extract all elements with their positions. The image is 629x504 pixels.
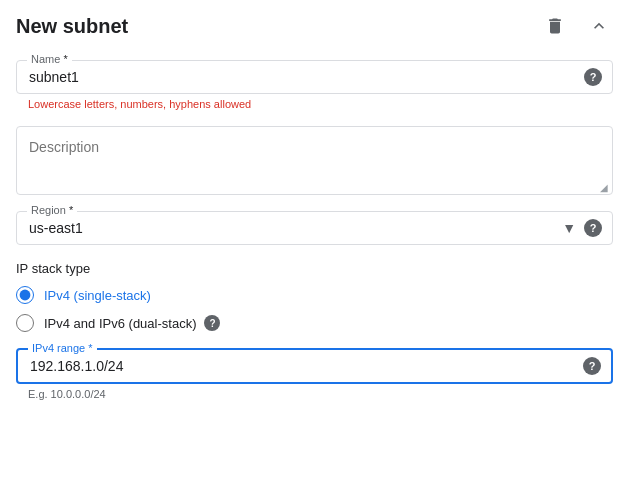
name-field-container: Name * ? (16, 60, 613, 94)
ipv4-label: IPv4 (single-stack) (44, 288, 151, 303)
ipv4-radio[interactable] (16, 286, 34, 304)
resize-handle: ◢ (600, 182, 610, 192)
ipv4-range-input[interactable] (30, 358, 571, 374)
region-help-icon[interactable]: ? (584, 219, 602, 237)
ip-stack-radio-group: IPv4 (single-stack) IPv4 and IPv6 (dual-… (16, 286, 613, 332)
dual-stack-option[interactable]: IPv4 and IPv6 (dual-stack) ? (16, 314, 613, 332)
description-container: ◢ (16, 126, 613, 195)
dual-stack-label: IPv4 and IPv6 (dual-stack) ? (44, 315, 220, 331)
ipv4-range-label: IPv4 range * (28, 342, 97, 354)
page-title: New subnet (16, 15, 128, 38)
ip-stack-title: IP stack type (16, 261, 613, 276)
delete-icon (545, 16, 565, 36)
dual-stack-radio[interactable] (16, 314, 34, 332)
ipv4-range-field-group: IPv4 range * ? E.g. 10.0.0.0/24 (16, 348, 613, 400)
header-actions (541, 12, 613, 40)
description-input[interactable] (17, 127, 612, 191)
ipv4-range-container: IPv4 range * ? (16, 348, 613, 384)
name-field-group: Name * ? Lowercase letters, numbers, hyp… (16, 60, 613, 110)
name-label: Name * (27, 53, 72, 65)
collapse-button[interactable] (585, 12, 613, 40)
ipv4-option[interactable]: IPv4 (single-stack) (16, 286, 613, 304)
region-value: us-east1 (29, 220, 83, 236)
ipv4-range-help-icon[interactable]: ? (583, 357, 601, 375)
name-input[interactable] (29, 69, 572, 85)
description-field-group: ◢ (16, 126, 613, 195)
region-label: Region * (27, 204, 77, 216)
ipv4-range-hint: E.g. 10.0.0.0/24 (16, 388, 613, 400)
region-field-container[interactable]: Region * us-east1 ▼ ? (16, 211, 613, 245)
name-help-icon[interactable]: ? (584, 68, 602, 86)
delete-button[interactable] (541, 12, 569, 40)
dual-stack-help-icon[interactable]: ? (204, 315, 220, 331)
name-hint: Lowercase letters, numbers, hyphens allo… (16, 98, 613, 110)
ip-stack-section: IP stack type IPv4 (single-stack) IPv4 a… (16, 261, 613, 332)
chevron-up-icon (589, 16, 609, 36)
region-field-group: Region * us-east1 ▼ ? (16, 211, 613, 245)
page-header: New subnet (16, 12, 613, 40)
dropdown-arrow-icon: ▼ (562, 220, 576, 236)
